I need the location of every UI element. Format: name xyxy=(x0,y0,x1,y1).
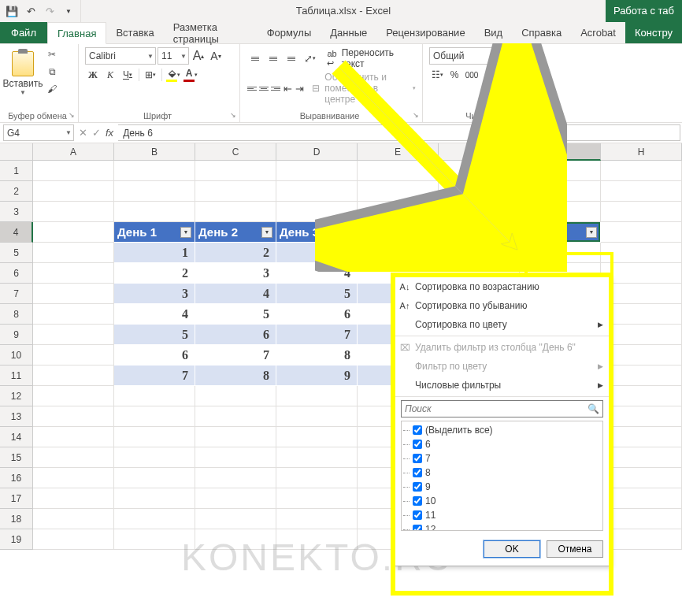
row-header[interactable]: 9 xyxy=(0,325,33,345)
row-header[interactable]: 16 xyxy=(0,468,33,488)
cell[interactable]: День 1▼ xyxy=(114,222,195,243)
row-header[interactable]: 3 xyxy=(0,202,33,222)
cell[interactable]: 8 xyxy=(195,366,276,386)
cell[interactable]: День 3▼ xyxy=(276,222,358,243)
cell[interactable] xyxy=(276,488,358,509)
cell[interactable] xyxy=(439,181,520,202)
select-all-corner[interactable] xyxy=(0,143,33,161)
cell[interactable]: 2 xyxy=(114,263,195,284)
cell[interactable] xyxy=(601,468,682,488)
cell[interactable]: 8 xyxy=(276,345,358,366)
increase-decimal-icon[interactable]: ←0 xyxy=(481,67,497,83)
cell[interactable] xyxy=(195,447,276,468)
row-header[interactable]: 15 xyxy=(0,447,33,468)
increase-indent-icon[interactable]: ⇥ xyxy=(295,80,305,96)
cell[interactable]: День 2▼ xyxy=(195,222,276,243)
cell[interactable] xyxy=(276,406,358,427)
cell[interactable] xyxy=(601,181,682,202)
font-name-combo[interactable]: Calibri▼ xyxy=(85,47,156,65)
home-tab[interactable]: Главная xyxy=(47,22,106,44)
filter-value-checkbox[interactable]: 8 xyxy=(403,466,601,480)
column-header[interactable]: C xyxy=(195,143,276,161)
decrease-indent-icon[interactable]: ⇤ xyxy=(283,80,293,96)
wrap-text-button[interactable]: ab↩Переносить текст xyxy=(327,47,416,69)
cell[interactable] xyxy=(601,345,682,366)
cell[interactable] xyxy=(33,488,114,509)
column-header[interactable]: A xyxy=(33,143,114,161)
cell[interactable] xyxy=(195,161,276,181)
cell[interactable] xyxy=(439,243,520,263)
cell[interactable] xyxy=(601,243,682,263)
cell[interactable] xyxy=(33,509,114,529)
column-header[interactable]: G xyxy=(520,143,601,161)
row-header[interactable]: 4 xyxy=(0,222,33,243)
cell[interactable] xyxy=(114,488,195,509)
cell[interactable] xyxy=(114,468,195,488)
view-tab[interactable]: Вид xyxy=(475,22,513,43)
row-header[interactable]: 19 xyxy=(0,529,33,550)
cell[interactable] xyxy=(276,447,358,468)
cell[interactable] xyxy=(439,202,520,222)
cancel-formula-icon[interactable]: ✕ xyxy=(79,127,87,139)
cell[interactable] xyxy=(114,447,195,468)
filter-dropdown-icon[interactable]: ▼ xyxy=(180,227,191,238)
cell[interactable] xyxy=(33,345,114,366)
cell[interactable]: 7 xyxy=(114,366,195,386)
cell[interactable] xyxy=(601,202,682,222)
align-center-icon[interactable] xyxy=(258,80,269,96)
filter-search-input[interactable]: 🔍 xyxy=(401,400,603,417)
cell[interactable] xyxy=(33,406,114,427)
cell[interactable] xyxy=(358,181,439,202)
enter-formula-icon[interactable]: ✓ xyxy=(92,127,101,139)
cell[interactable]: 4 xyxy=(276,263,358,284)
cell[interactable] xyxy=(33,447,114,468)
cell[interactable]: 5 xyxy=(114,325,195,345)
cell[interactable] xyxy=(601,284,682,304)
cell[interactable] xyxy=(601,427,682,447)
cell[interactable]: День 5▼ xyxy=(439,222,520,243)
cell[interactable] xyxy=(601,325,682,345)
cell[interactable] xyxy=(601,304,682,325)
currency-button[interactable]: ☷▾ xyxy=(429,67,445,83)
align-bottom-icon[interactable] xyxy=(283,50,299,66)
number-launcher-icon[interactable]: ↘ xyxy=(527,111,533,119)
cell[interactable] xyxy=(520,161,601,181)
formulas-tab[interactable]: Формулы xyxy=(258,22,321,43)
cell[interactable] xyxy=(114,386,195,406)
filter-value-checkbox[interactable]: (Выделить все) xyxy=(403,423,601,437)
fx-icon[interactable]: fx xyxy=(106,127,113,139)
cell[interactable] xyxy=(358,161,439,181)
cell[interactable]: 3 xyxy=(195,263,276,284)
cell[interactable] xyxy=(276,529,358,550)
increase-font-icon[interactable]: A▴ xyxy=(191,48,206,64)
cell[interactable] xyxy=(601,263,682,284)
column-header[interactable]: H xyxy=(601,143,682,161)
filter-value-checkbox[interactable]: 10 xyxy=(403,494,601,508)
cell[interactable]: 9 xyxy=(276,366,358,386)
sort-ascending-item[interactable]: A↓Сортировка по возрастанию xyxy=(395,277,610,296)
cell[interactable]: 6 xyxy=(276,304,358,325)
undo-icon[interactable]: ↶ xyxy=(22,2,39,20)
cell[interactable] xyxy=(33,325,114,345)
cell[interactable] xyxy=(520,243,601,263)
cell[interactable] xyxy=(276,161,358,181)
layout-tab[interactable]: Разметка страницы xyxy=(164,22,258,43)
qat-dropdown-icon[interactable]: ▼ xyxy=(60,2,77,20)
filter-dropdown-icon[interactable]: ▼ xyxy=(505,227,516,238)
cell[interactable]: 1 xyxy=(114,243,195,263)
cell[interactable] xyxy=(276,181,358,202)
format-painter-icon[interactable]: 🖌 xyxy=(44,82,60,96)
cell[interactable] xyxy=(601,366,682,386)
cell[interactable] xyxy=(601,529,682,550)
help-tab[interactable]: Справка xyxy=(512,22,571,43)
cell[interactable] xyxy=(114,202,195,222)
save-icon[interactable]: 💾 xyxy=(3,2,20,20)
row-header[interactable]: 17 xyxy=(0,488,33,509)
row-header[interactable]: 5 xyxy=(0,243,33,263)
italic-button[interactable]: К xyxy=(102,67,118,83)
filter-value-checkbox[interactable]: 6 xyxy=(403,437,601,451)
cell[interactable] xyxy=(114,529,195,550)
cell[interactable] xyxy=(114,427,195,447)
bold-button[interactable]: Ж xyxy=(85,67,101,83)
cell[interactable]: 6 xyxy=(195,325,276,345)
